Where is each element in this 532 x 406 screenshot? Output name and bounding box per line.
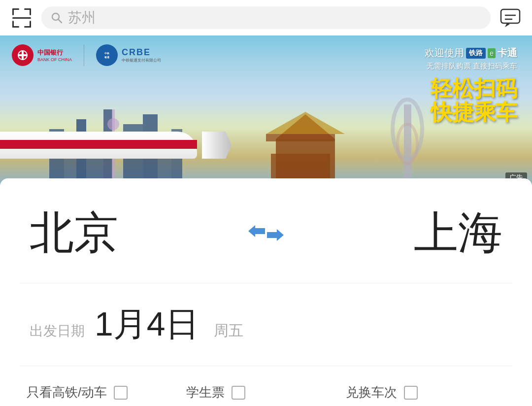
exchange-checkbox[interactable]	[404, 386, 418, 400]
high-speed-filter[interactable]: 只看高铁/动车	[27, 384, 186, 401]
svg-marker-30	[266, 112, 345, 134]
svg-text:中铁: 中铁	[104, 52, 110, 55]
svg-point-39	[100, 49, 113, 62]
top-bar: 苏州	[0, 0, 532, 35]
slogan-line1: 轻松扫码	[425, 77, 517, 101]
exchange-label: 兑换车次	[346, 384, 397, 401]
svg-rect-1	[12, 8, 14, 15]
svg-rect-11	[501, 9, 520, 23]
route-row: 北京 上海	[0, 178, 532, 283]
crbe-logo: 中铁 银通 CRBE 中铁银通支付有限公司	[96, 44, 161, 66]
date-row[interactable]: 出发日期 1月4日日 周五	[0, 283, 532, 366]
slogan-line2: 快捷乘车	[425, 101, 517, 124]
tie-lu-badge: 铁路	[466, 48, 486, 59]
student-ticket-filter[interactable]: 学生票	[186, 384, 346, 401]
search-input-placeholder[interactable]: 苏州	[68, 8, 96, 27]
svg-text:银通: 银通	[104, 56, 110, 59]
svg-rect-28	[266, 134, 335, 141]
search-bar[interactable]: 苏州	[41, 6, 491, 29]
scan-button[interactable]	[9, 5, 34, 31]
arrival-city[interactable]: 上海	[414, 203, 502, 263]
date-value: 1月4日日	[95, 302, 199, 347]
ka-tong-text: 卡通	[498, 46, 517, 60]
svg-line-10	[59, 20, 62, 23]
no-queue-text: 无需排队购票 直接扫码乘车	[425, 62, 517, 71]
chat-button[interactable]	[498, 5, 523, 31]
high-speed-label: 只看高铁/动车	[27, 384, 107, 401]
date-weekday: 周五	[214, 321, 243, 341]
svg-rect-3	[12, 26, 19, 28]
high-speed-checkbox[interactable]	[114, 386, 128, 400]
welcome-text: 欢迎使用	[425, 46, 464, 60]
bank-of-china-logo: 中国银行 BANK OF CHINA	[12, 44, 72, 66]
svg-rect-7	[24, 26, 31, 28]
e-badge: e	[488, 48, 496, 58]
banner-right-content: 欢迎使用 铁路 e 卡通 无需排队购票 直接扫码乘车 轻松扫码 快捷乘车	[425, 46, 517, 125]
student-ticket-checkbox[interactable]	[232, 386, 245, 400]
svg-rect-31	[404, 104, 411, 188]
sponsor-logos: 中国银行 BANK OF CHINA 中铁 银通 CRBE 中铁银通支付有限公司	[12, 44, 161, 66]
student-ticket-label: 学生票	[186, 384, 225, 401]
big-slogan: 轻松扫码 快捷乘车	[425, 77, 517, 125]
svg-rect-38	[18, 54, 28, 56]
train-illustration	[0, 124, 217, 169]
filter-row: 只看高铁/动车 学生票 兑换车次	[0, 366, 532, 406]
chat-icon	[499, 6, 522, 29]
exchange-filter[interactable]: 兑换车次	[346, 384, 505, 401]
booking-card: 北京 上海 出发日期 1月4日日 周五 只看高铁/动车 学生票	[0, 178, 532, 406]
departure-city[interactable]: 北京	[30, 203, 118, 263]
swap-cities-button[interactable]	[246, 218, 286, 248]
svg-rect-5	[30, 8, 31, 15]
date-label: 出发日期	[30, 322, 85, 340]
svg-rect-8	[12, 17, 31, 19]
banner: 中国银行 BANK OF CHINA 中铁 银通 CRBE 中铁银通支付有限公司	[0, 35, 532, 188]
search-icon	[50, 11, 63, 24]
